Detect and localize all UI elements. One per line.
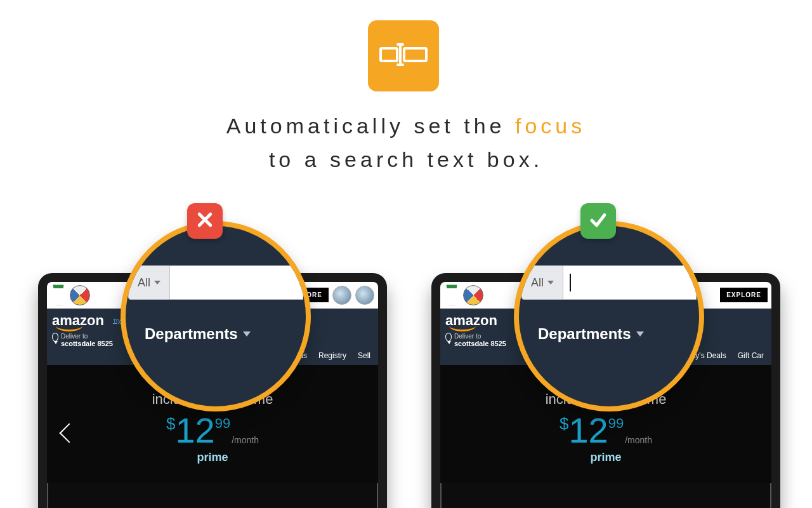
search-input-focused[interactable] bbox=[563, 265, 697, 300]
prime-word: prime bbox=[47, 451, 378, 464]
prime-price: $ 12 99 /month bbox=[166, 413, 259, 448]
plant-pot-icon bbox=[444, 285, 459, 305]
price-dollar: $ bbox=[166, 415, 175, 432]
departments-label: Departments bbox=[145, 325, 238, 343]
caret-down-icon bbox=[636, 331, 644, 337]
caret-down-icon bbox=[547, 281, 554, 284]
deliver-label: Deliver to bbox=[454, 333, 481, 340]
tagline-post: to a search text box. bbox=[269, 147, 543, 171]
caret-down-icon bbox=[154, 281, 160, 284]
search-category-dropdown[interactable]: All bbox=[521, 265, 563, 300]
nav-link[interactable]: Registry bbox=[318, 351, 346, 360]
price-per: /month bbox=[232, 436, 259, 444]
caret-down-icon bbox=[243, 331, 251, 337]
search-category-label: All bbox=[138, 276, 150, 290]
amazon-swoosh-icon bbox=[445, 324, 482, 330]
tagline: Automatically set the focus to a search … bbox=[0, 109, 812, 176]
search-input-no-focus[interactable] bbox=[170, 265, 303, 300]
panel-with-focus: All Departments EXPLORE bbox=[431, 241, 774, 508]
chevron-left-icon[interactable] bbox=[58, 422, 72, 448]
amazon-logo[interactable]: amazon bbox=[445, 312, 501, 329]
app-logo-badge bbox=[368, 20, 439, 91]
text-cursor-icon bbox=[570, 274, 571, 291]
explore-button[interactable]: EXPLORE bbox=[720, 288, 768, 302]
panel-without-focus: All Departments N EXPLORE bbox=[38, 241, 381, 508]
magnifier-with-focus: All Departments bbox=[514, 221, 704, 411]
tagline-accent: focus bbox=[515, 114, 586, 138]
zoomed-search-bar: All bbox=[128, 265, 303, 300]
svg-rect-1 bbox=[404, 48, 426, 61]
nav-link[interactable]: Sell bbox=[358, 351, 370, 360]
prime-price: $ 12 99 /month bbox=[560, 413, 652, 448]
mosaic-avatar-icon bbox=[70, 285, 90, 305]
magnifier-no-focus: All Departments bbox=[121, 221, 311, 411]
nav-link[interactable]: Gift Car bbox=[738, 351, 764, 360]
deliver-city: scottsdale 8525 bbox=[61, 340, 113, 347]
deliver-city: scottsdale 8525 bbox=[454, 340, 506, 347]
price-big: 12 bbox=[568, 413, 608, 448]
departments-menu[interactable]: Departments bbox=[126, 325, 306, 343]
departments-menu[interactable]: Departments bbox=[519, 325, 699, 343]
price-dollar: $ bbox=[560, 415, 568, 432]
location-pin-icon bbox=[445, 333, 452, 342]
agate-icon bbox=[355, 286, 374, 305]
deliver-label: Deliver to bbox=[61, 333, 88, 340]
price-cents: 99 bbox=[215, 417, 230, 431]
bad-status-badge bbox=[187, 203, 223, 239]
amazon-swoosh-icon bbox=[52, 324, 89, 330]
comparison-panels: All Departments N EXPLORE bbox=[0, 241, 812, 508]
amazon-logo[interactable]: amazon bbox=[52, 312, 108, 329]
plant-pot-icon bbox=[51, 285, 66, 305]
agate-icon bbox=[332, 286, 351, 305]
tagline-pre: Automatically set the bbox=[226, 114, 506, 138]
prime-word: prime bbox=[440, 451, 771, 464]
zoomed-search-bar: All bbox=[521, 265, 697, 300]
search-category-label: All bbox=[531, 276, 544, 290]
search-category-dropdown[interactable]: All bbox=[128, 265, 170, 300]
good-status-badge bbox=[580, 203, 616, 239]
text-input-focus-icon bbox=[379, 39, 428, 72]
x-icon bbox=[195, 210, 214, 232]
departments-label: Departments bbox=[538, 325, 631, 343]
location-pin-icon bbox=[52, 333, 58, 342]
price-big: 12 bbox=[175, 413, 214, 448]
price-per: /month bbox=[625, 436, 652, 444]
check-icon bbox=[589, 210, 608, 232]
svg-rect-0 bbox=[381, 48, 397, 61]
mosaic-avatar-icon bbox=[463, 285, 483, 305]
price-cents: 99 bbox=[608, 417, 624, 431]
